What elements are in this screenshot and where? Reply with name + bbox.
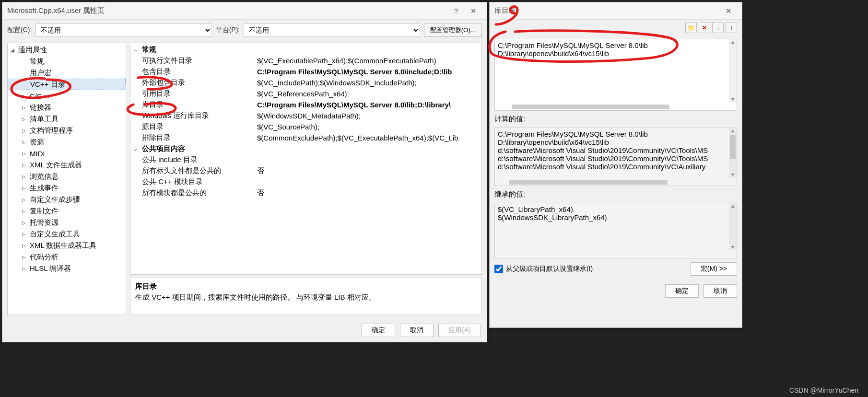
prop-value: $(VC_ReferencesPath_x64); <box>257 90 481 98</box>
tree-item-label: 自定义生成工具 <box>30 230 80 239</box>
move-up-icon[interactable]: ↑ <box>726 23 737 33</box>
content-area: ⌄常规可执行文件目录$(VC_ExecutablePath_x64);$(Com… <box>130 43 482 315</box>
paths-edit-area[interactable]: C:\Program Files\MySQL\MySQL Server 8.0\… <box>494 39 737 111</box>
main-buttons: 确定 取消 应用(A) <box>2 319 487 342</box>
inherit-checkbox[interactable] <box>494 265 503 273</box>
prop-row[interactable]: 引用目录$(VC_ReferencesPath_x64); <box>130 88 481 99</box>
edit-path-line[interactable]: D:\library\opencv\build\x64\vc15\lib <box>498 49 734 58</box>
platform-select[interactable]: 不适用 <box>244 23 420 37</box>
edit-cancel-button[interactable]: 取消 <box>704 284 737 298</box>
inherit-row: 从父级或项目默认设置继承(I) 宏(M) >> <box>494 262 737 276</box>
prop-row[interactable]: 包含目录C:\Program Files\MySQL\MySQL Server … <box>130 66 481 77</box>
tree-arrow-icon: ▷ <box>22 163 29 168</box>
edit-toolbar: 📁 ✕ ↓ ↑ <box>494 23 737 35</box>
prop-row[interactable]: 排除目录$(CommonExcludePath);$(VC_Executable… <box>130 132 481 143</box>
scrollbar-horizontal[interactable] <box>512 105 669 109</box>
prop-value: $(VC_ExecutablePath_x64);$(CommonExecuta… <box>257 57 481 65</box>
tree-item[interactable]: ▷托管资源 <box>8 217 126 228</box>
scrollbar-vertical[interactable] <box>729 128 737 178</box>
watermark: CSDN @MirrorYuChen <box>789 386 858 394</box>
calc-path-line: D:\library\opencv\build\x64\vc15\lib <box>498 138 734 146</box>
category-tree[interactable]: ◢通用属性常规用户宏VC++ 目录▷C/C++▷链接器▷清单工具▷文档管理程序▷… <box>7 43 126 315</box>
tree-arrow-icon: ▷ <box>22 232 29 237</box>
close-button[interactable]: ✕ <box>465 3 482 19</box>
tree-arrow-icon: ◢ <box>11 47 17 53</box>
scrollbar-vertical[interactable] <box>729 39 737 103</box>
help-button[interactable]: ? <box>447 3 465 19</box>
tree-item-label: 通用属性 <box>18 46 47 55</box>
prop-row[interactable]: 公共 C++ 模块目录 <box>130 176 481 187</box>
prop-group-header[interactable]: ⌄公共项目内容 <box>130 143 481 154</box>
edit-close-button[interactable]: ✕ <box>720 3 737 19</box>
scrollbar-horizontal[interactable] <box>509 180 668 185</box>
config-select[interactable]: 不适用 <box>35 23 211 37</box>
tree-arrow-icon: ▷ <box>22 266 29 271</box>
tree-arrow-icon: ▷ <box>22 128 29 133</box>
tree-item[interactable]: ▷XML 数据生成器工具 <box>8 240 126 251</box>
tree-item-label: XML 数据生成器工具 <box>30 241 96 250</box>
tree-item[interactable]: ◢通用属性 <box>8 44 126 56</box>
scrollbar-vertical[interactable] <box>729 203 737 250</box>
tree-item-label: 浏览信息 <box>30 172 59 181</box>
collapse-icon: ⌄ <box>130 146 140 152</box>
new-folder-icon[interactable]: 📁 <box>685 23 697 33</box>
tree-item[interactable]: ▷XML 文件生成器 <box>8 159 126 171</box>
macros-button[interactable]: 宏(M) >> <box>691 262 737 276</box>
tree-item[interactable]: ▷清单工具 <box>8 113 126 125</box>
delete-icon[interactable]: ✕ <box>699 23 710 33</box>
tree-arrow-icon: ▷ <box>22 243 29 248</box>
tree-item[interactable]: ▷MIDL <box>8 148 126 159</box>
edit-ok-button[interactable]: 确定 <box>665 284 699 298</box>
apply-button[interactable]: 应用(A) <box>438 324 481 337</box>
tree-item[interactable]: VC++ 目录 <box>8 79 126 90</box>
prop-row[interactable]: 外部包含目录$(VC_IncludePath);$(WindowsSDK_Inc… <box>130 77 481 88</box>
prop-row[interactable]: 可执行文件目录$(VC_ExecutablePath_x64);$(Common… <box>130 55 481 66</box>
prop-row[interactable]: 库目录C:\Program Files\MySQL\MySQL Server 8… <box>130 99 481 110</box>
ok-button[interactable]: 确定 <box>362 324 395 337</box>
prop-name: 引用目录 <box>130 89 257 98</box>
prop-name: 外部包含目录 <box>130 78 257 87</box>
tree-item[interactable]: ▷浏览信息 <box>8 171 126 182</box>
prop-row[interactable]: Windows 运行库目录$(WindowsSDK_MetadataPath); <box>130 110 481 121</box>
edit-path-line[interactable]: C:\Program Files\MySQL\MySQL Server 8.0\… <box>498 41 734 49</box>
tree-item[interactable]: ▷自定义生成工具 <box>8 228 126 240</box>
prop-name: 公共 C++ 模块目录 <box>130 177 257 187</box>
tree-item-label: 常规 <box>30 57 44 66</box>
tree-arrow-icon: ▷ <box>22 93 29 99</box>
description-box: 库目录 生成 VC++ 项目期间，搜索库文件时使用的路径。 与环境变量 LIB … <box>130 278 482 315</box>
prop-group-header[interactable]: ⌄常规 <box>130 44 481 55</box>
prop-row[interactable]: 公共 include 目录 <box>130 154 481 165</box>
config-label: 配置(C): <box>7 26 32 35</box>
tree-item[interactable]: 常规 <box>8 56 126 67</box>
cancel-button[interactable]: 取消 <box>400 324 434 337</box>
prop-value: C:\Program Files\MySQL\MySQL Server 8.0\… <box>257 101 481 109</box>
move-down-icon[interactable]: ↓ <box>712 23 724 33</box>
tree-item[interactable]: ▷代码分析 <box>8 251 126 263</box>
prop-row[interactable]: 源目录$(VC_SourcePath); <box>130 121 481 132</box>
tree-item[interactable]: ▷生成事件 <box>8 182 126 194</box>
tree-arrow-icon: ▷ <box>22 197 29 202</box>
tree-item[interactable]: ▷资源 <box>8 136 126 148</box>
tree-item-label: 资源 <box>30 138 44 147</box>
prop-row[interactable]: 所有标头文件都是公共的否 <box>130 165 481 176</box>
property-grid[interactable]: ⌄常规可执行文件目录$(VC_ExecutablePath_x64);$(Com… <box>130 43 482 275</box>
prop-name: 源目录 <box>130 122 257 131</box>
tree-arrow-icon: ▷ <box>22 255 29 260</box>
tree-item[interactable]: ▷HLSL 编译器 <box>8 263 126 274</box>
prop-row[interactable]: 所有模块都是公共的否 <box>130 187 481 198</box>
tree-item[interactable]: ▷复制文件 <box>8 205 126 217</box>
calc-path-line: d:\software\Microsoft Visual Studio\2019… <box>498 154 734 163</box>
tree-item-label: 链接器 <box>30 103 51 112</box>
tree-arrow-icon: ▷ <box>22 174 29 179</box>
tree-item[interactable]: ▷C/C++ <box>8 90 126 102</box>
prop-group-name: 常规 <box>140 45 267 54</box>
tree-item[interactable]: ▷链接器 <box>8 102 126 113</box>
config-manager-button[interactable]: 配置管理器(O)... <box>424 23 482 37</box>
edit-buttons: 确定 取消 <box>494 280 737 303</box>
tree-item[interactable]: ▷文档管理程序 <box>8 125 126 136</box>
tree-item[interactable]: 用户宏 <box>8 67 126 79</box>
tree-item[interactable]: ▷自定义生成步骤 <box>8 194 126 205</box>
edit-titlebar: 库目录 ✕ <box>490 2 742 20</box>
prop-name: 库目录 <box>130 100 257 109</box>
property-page-dialog: Microsoft.Cpp.x64.user 属性页 ? ✕ 配置(C): 不适… <box>2 2 487 342</box>
